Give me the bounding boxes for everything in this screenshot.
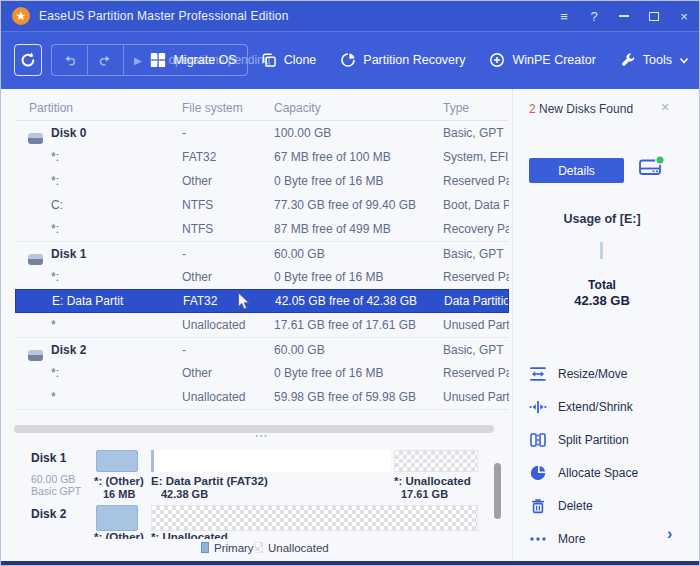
disk1-e-partition-block[interactable] — [154, 450, 391, 472]
toolbar: ▶ No operations pending Migrate OS Clone… — [1, 31, 699, 89]
vertical-scrollbar[interactable] — [494, 463, 501, 519]
action-label: Extend/Shrink — [558, 400, 633, 414]
close-button[interactable]: × — [669, 1, 699, 31]
minimize-icon — [619, 15, 629, 17]
table-row-selected-e-partition[interactable]: E: Data Partit FAT32 42.05 GB free of 42… — [15, 289, 509, 313]
partition-recovery-icon — [340, 52, 356, 68]
disk2-clipped-labels: *: (Other) *: Unallocated — [1, 529, 511, 539]
undo-icon — [62, 53, 77, 68]
action-label: Delete — [558, 499, 593, 513]
action-resize-move[interactable]: Resize/Move — [529, 363, 627, 385]
undo-button[interactable] — [52, 45, 87, 75]
partition-name: *: — [51, 174, 59, 188]
table-row[interactable]: *: Other 0 Byte free of 16 MB Reserved P… — [15, 265, 509, 289]
partition-block-label: *: Unallocated — [394, 475, 471, 487]
table-row-disk0[interactable]: Disk 0 - 100.00 GB Basic, GPT — [15, 121, 509, 145]
usage-title: Usage of [E:] — [513, 212, 691, 226]
partition-name: E: Data Partit — [52, 294, 123, 308]
help-icon[interactable]: ? — [579, 1, 609, 31]
table-row[interactable]: *: Other 0 Byte free of 16 MB Reserved P… — [15, 169, 509, 193]
disk1-other-partition-block[interactable] — [96, 450, 138, 472]
migrate-os-button[interactable]: Migrate OS — [150, 52, 236, 68]
refresh-button[interactable] — [14, 44, 42, 76]
new-disks-text: New Disks Found — [539, 102, 633, 116]
winpe-creator-icon — [489, 52, 505, 68]
action-delete[interactable]: Delete — [529, 495, 593, 517]
partition-block-size: 42.38 GB — [161, 488, 208, 500]
disk-icon — [28, 254, 43, 265]
usage-total-label: Total — [513, 278, 691, 292]
extend-shrink-icon — [529, 398, 547, 416]
allocate-space-icon — [529, 464, 547, 482]
partition-name: * — [51, 318, 56, 332]
toolbar-item-label: Clone — [284, 53, 317, 67]
disk-icon — [28, 350, 43, 361]
new-disk-drive-icon[interactable] — [637, 152, 665, 184]
new-disks-count: 2 — [529, 102, 536, 116]
action-extend-shrink[interactable]: Extend/Shrink — [529, 396, 633, 418]
maximize-button[interactable] — [639, 1, 669, 31]
toolbar-item-label: Tools — [643, 53, 672, 67]
column-header-capacity[interactable]: Capacity — [274, 101, 443, 115]
refresh-icon — [19, 51, 37, 69]
menu-icon[interactable]: ≡ — [549, 1, 579, 31]
partition-name: Disk 0 — [51, 126, 86, 140]
new-disks-notification: 2 New Disks Found — [529, 102, 633, 116]
action-allocate-space[interactable]: Allocate Space — [529, 462, 638, 484]
redo-button[interactable] — [87, 45, 123, 75]
partition-block-label: *: (Other) — [94, 531, 144, 539]
mouse-cursor — [237, 292, 251, 312]
delete-trash-icon — [529, 497, 547, 515]
action-label: More — [558, 532, 585, 546]
tools-button[interactable]: Tools — [620, 52, 689, 68]
partition-name: *: — [51, 366, 59, 380]
panel-splitter-handle[interactable]: ⋯ — [15, 429, 509, 443]
diskmap-disk2-name: Disk 2 — [31, 507, 66, 521]
partition-name: *: — [51, 270, 59, 284]
legend-primary-label: Primary — [214, 542, 254, 554]
details-button[interactable]: Details — [529, 158, 624, 183]
winpe-creator-button[interactable]: WinPE Creator — [489, 52, 595, 68]
table-row[interactable]: *: FAT32 67 MB free of 100 MB System, EF… — [15, 145, 509, 169]
more-chevron-icon[interactable]: › — [667, 525, 672, 543]
partition-name: Disk 2 — [51, 343, 86, 357]
minimize-button[interactable] — [609, 1, 639, 31]
table-header: Partition File system Capacity Type — [15, 95, 509, 121]
table-row[interactable]: *: NTFS 87 MB free of 499 MB Recovery Pa… — [15, 217, 509, 241]
disk2-unallocated-block[interactable] — [151, 505, 478, 531]
window-title: EaseUS Partition Master Professional Edi… — [39, 9, 289, 23]
column-header-filesystem[interactable]: File system — [182, 101, 274, 115]
action-label: Split Partition — [558, 433, 629, 447]
panel-divider — [512, 89, 513, 562]
clone-button[interactable]: Clone — [261, 52, 317, 68]
table-row[interactable]: *: Other 0 Byte free of 16 MB Reserved P… — [15, 361, 509, 385]
table-row-disk1[interactable]: Disk 1 - 60.00 GB Basic, GPT — [15, 241, 509, 265]
column-header-partition[interactable]: Partition — [15, 101, 182, 115]
more-dots-icon — [529, 530, 547, 548]
partition-block-size: 16 MB — [103, 488, 135, 500]
diskmap-disk1-name: Disk 1 — [31, 451, 66, 465]
notification-close-icon[interactable]: × — [656, 98, 674, 116]
table-row[interactable]: C: NTFS 77.30 GB free of 99.40 GB Boot, … — [15, 193, 509, 217]
window-bottom-border — [1, 561, 699, 565]
action-more[interactable]: More — [529, 528, 585, 550]
table-row[interactable]: * Unallocated 59.98 GB free of 59.98 GB … — [15, 385, 509, 409]
legend-unallocated-swatch — [255, 542, 263, 553]
partition-name: *: — [51, 222, 59, 236]
clone-icon — [261, 52, 277, 68]
table-row[interactable]: * Unallocated 17.61 GB free of 17.61 GB … — [15, 313, 509, 337]
disk1-unallocated-block[interactable] — [394, 450, 478, 472]
table-bottom-border — [15, 409, 509, 410]
disk2-other-partition-block[interactable] — [96, 505, 138, 531]
action-split-partition[interactable]: Split Partition — [529, 429, 629, 451]
split-partition-icon — [529, 431, 547, 449]
partition-name: C: — [51, 198, 63, 212]
action-label: Allocate Space — [558, 466, 638, 480]
table-row-disk2[interactable]: Disk 2 - 60.00 GB Basic, GPT — [15, 337, 509, 361]
column-header-type[interactable]: Type — [443, 101, 509, 115]
resize-move-icon — [529, 365, 547, 383]
partition-block-label: *: Unallocated — [151, 531, 228, 539]
partition-name: Disk 1 — [51, 247, 86, 261]
partition-recovery-button[interactable]: Partition Recovery — [340, 52, 465, 68]
titlebar: ★ EaseUS Partition Master Professional E… — [1, 1, 699, 31]
